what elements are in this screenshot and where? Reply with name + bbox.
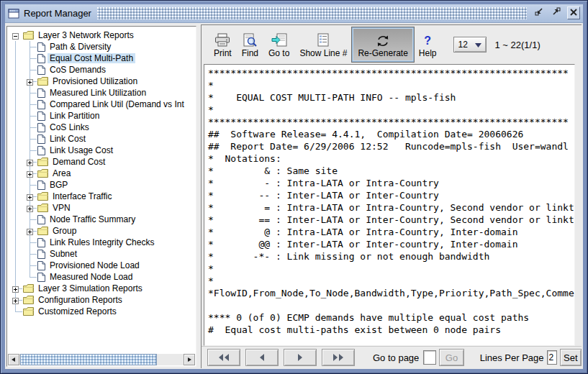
tree-item-group[interactable]: Group	[8, 225, 195, 237]
print-button[interactable]: Print	[209, 27, 237, 62]
tree-item-provisioned-utilization[interactable]: Provisioned Utilization	[8, 76, 195, 87]
iconify-button[interactable]	[533, 6, 546, 19]
tree-item-measured-link-utilization[interactable]: Measured Link Utilization	[8, 87, 195, 99]
tree-item-label: Link Partition	[48, 111, 101, 121]
tree-item-label: BGP	[48, 180, 70, 190]
tree-item-label: Link Rules Integrity Checks	[48, 237, 156, 247]
goto-page-label: Go to page	[373, 352, 419, 363]
expand-handle-icon[interactable]	[27, 193, 33, 199]
tree-item-interface-traffic[interactable]: Interface Traffic	[8, 191, 195, 202]
tree-item-link-partition[interactable]: Link Partition	[8, 110, 195, 122]
tree-item-equal-cost-multi-path[interactable]: Equal Cost Multi-Path	[8, 53, 195, 64]
tree-item-label: Equal Cost Multi-Path	[48, 53, 135, 63]
titlebar-texture	[97, 7, 527, 19]
report-text-area[interactable]: ****************************************…	[204, 64, 575, 346]
collapse-handle-icon[interactable]	[12, 32, 19, 38]
toolbar-button-label: Go to	[268, 48, 289, 58]
tree-item-subnet[interactable]: Subnet	[8, 248, 195, 260]
lines-per-page-input[interactable]	[547, 350, 557, 365]
close-button[interactable]	[567, 6, 580, 19]
tree-connector-line	[30, 93, 37, 94]
find-button[interactable]: Find	[237, 27, 263, 62]
help-button[interactable]: ?Help	[414, 27, 442, 62]
scrollbar-thumb[interactable]	[20, 354, 157, 365]
tree-item-label: Measured Node Load	[48, 272, 135, 282]
tree-item-customized-reports[interactable]: Customized Reports	[8, 306, 195, 317]
set-button[interactable]: Set	[560, 349, 582, 366]
tree-connector-line	[30, 254, 37, 255]
help-icon: ?	[424, 32, 431, 47]
tree-item-configuration-reports[interactable]: Configuration Reports	[8, 294, 195, 306]
maximize-icon	[551, 6, 561, 19]
tree-connector-line	[30, 219, 37, 220]
tree-item-label: Group	[50, 226, 78, 236]
expand-handle-icon[interactable]	[27, 158, 33, 165]
toolbar-button-label: Help	[419, 48, 437, 58]
maximize-button[interactable]	[550, 6, 563, 19]
tree-item-label: VPN	[50, 203, 73, 213]
tree-item-measured-node-load[interactable]: Measured Node Load	[8, 271, 195, 283]
tree-item-cos-links[interactable]: CoS Links	[8, 122, 195, 133]
tree-item-layer-3-simulation-reports[interactable]: Layer 3 Simulation Reports	[8, 283, 195, 294]
scroll-left-icon[interactable]	[8, 354, 19, 365]
last-page-button[interactable]	[322, 349, 355, 366]
expand-handle-icon[interactable]	[27, 78, 33, 84]
tree-item-area[interactable]: Area	[8, 168, 195, 179]
tree-item-node-traffic-summary[interactable]: Node Traffic Summary	[8, 214, 195, 225]
tree-connector-line	[30, 58, 37, 59]
toolbar-button-label: Print	[214, 48, 232, 58]
tree-item-link-rules-integrity-checks[interactable]: Link Rules Integrity Checks	[8, 237, 195, 248]
show-line--button[interactable]: Show Line #	[294, 27, 352, 62]
tree-item-link-usage-cost[interactable]: Link Usage Cost	[8, 145, 195, 156]
expand-handle-icon[interactable]	[27, 227, 33, 234]
go-button[interactable]: Go	[439, 349, 463, 366]
tree-connector-line	[30, 242, 37, 243]
tree-item-layer-3-network-reports[interactable]: Layer 3 Network Reports	[8, 29, 195, 41]
expand-handle-icon[interactable]	[12, 285, 19, 291]
goto-page-input[interactable]	[423, 350, 436, 365]
app-window-icon	[8, 8, 19, 19]
close-icon	[569, 6, 578, 19]
tree-item-cos-demands[interactable]: CoS Demands	[8, 64, 195, 76]
titlebar[interactable]: Report Manager	[5, 4, 583, 23]
tree-connector-line	[30, 104, 37, 105]
tree-item-demand-cost[interactable]: Demand Cost	[8, 156, 195, 168]
scroll-right-icon[interactable]	[184, 354, 195, 365]
tree-item-label: Layer 3 Simulation Reports	[36, 283, 145, 293]
double-left-icon	[218, 352, 230, 363]
showline-icon	[315, 32, 331, 47]
first-page-button[interactable]	[207, 349, 240, 366]
re-generate-button[interactable]: Re-Generate	[352, 27, 413, 62]
find-icon	[242, 32, 258, 47]
tree-item-label: Link Usage Cost	[48, 145, 115, 155]
expand-handle-icon[interactable]	[27, 170, 33, 176]
tree-item-compared-link-util-demand-vs-int[interactable]: Compared Link Util (Demand vs Int	[8, 99, 195, 110]
tree-item-link-cost[interactable]: Link Cost	[8, 133, 195, 145]
tree-item-label: Provisioned Utilization	[50, 76, 140, 86]
double-right-icon	[333, 352, 344, 363]
tree-item-label: Compared Link Util (Demand vs Int	[48, 99, 186, 109]
tree-item-bgp[interactable]: BGP	[8, 179, 195, 191]
tree-item-path-diversity[interactable]: Path & Diversity	[8, 41, 195, 53]
regenerate-icon	[376, 32, 390, 47]
toolbar-button-label: Show Line #	[299, 48, 347, 58]
tree-horizontal-scrollbar[interactable]	[8, 354, 195, 365]
tree-connector-line	[30, 47, 37, 47]
prev-page-button[interactable]	[245, 349, 279, 366]
goto-icon	[271, 32, 287, 47]
report-text: ****************************************…	[204, 65, 574, 338]
expand-handle-icon[interactable]	[12, 296, 19, 303]
iconify-icon	[534, 6, 544, 19]
tree-item-provisioned-node-load[interactable]: Provisioned Node Load	[8, 260, 195, 271]
tree-item-label: Subnet	[48, 249, 79, 259]
next-page-button[interactable]	[284, 349, 317, 366]
expand-handle-icon[interactable]	[27, 204, 33, 211]
tree-item-label: Link Cost	[48, 134, 88, 144]
tree-connector-line	[30, 116, 37, 117]
left-icon	[258, 352, 266, 363]
tree-item-label: Measured Link Utilization	[48, 88, 148, 98]
tree-item-vpn[interactable]: VPN	[8, 202, 195, 214]
page-size-dropdown[interactable]: 12	[453, 37, 487, 53]
tree-item-label: Layer 3 Network Reports	[36, 30, 136, 40]
go-to-button[interactable]: Go to	[263, 27, 294, 62]
